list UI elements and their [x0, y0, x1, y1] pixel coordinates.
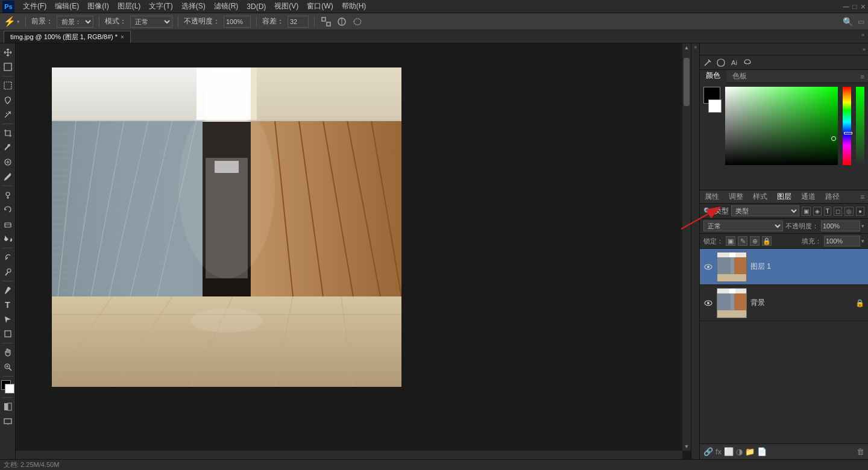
scroll-down-arrow[interactable]: ▼: [682, 442, 691, 451]
layer-item-layer1[interactable]: 图层 1: [700, 249, 868, 285]
new-layer-icon[interactable]: 📄: [757, 447, 767, 456]
horizontal-scrollbar[interactable]: [16, 451, 682, 459]
blend-mode-select[interactable]: 正常 溶解 正片叠底: [703, 221, 783, 231]
layers-panel-menu[interactable]: ≡: [857, 191, 868, 203]
right-panel-collapse[interactable]: »: [863, 46, 866, 52]
tolerance-input[interactable]: [288, 16, 309, 28]
filter-shape-icon[interactable]: ◻: [834, 207, 842, 216]
menu-edit[interactable]: 编辑(E): [51, 0, 83, 13]
new-group-icon[interactable]: 📁: [745, 447, 755, 456]
hand-tool[interactable]: [1, 346, 14, 359]
refine-edge-icon[interactable]: [336, 16, 348, 28]
add-mask-icon[interactable]: ⬜: [724, 447, 734, 456]
magic-wand-tool[interactable]: ⚡ ▾: [4, 16, 20, 27]
blur-tool[interactable]: [1, 251, 14, 264]
minimize-btn[interactable]: ─: [843, 2, 849, 11]
tab-layers[interactable]: 图层: [772, 190, 796, 204]
background-color[interactable]: [5, 384, 14, 393]
color-panel-menu[interactable]: ≡: [857, 71, 868, 82]
lasso-tool[interactable]: [1, 93, 14, 107]
lock-all-icon[interactable]: 🔒: [762, 236, 772, 246]
menu-text[interactable]: 文字(T): [145, 0, 176, 13]
menu-image[interactable]: 图像(I): [84, 0, 112, 13]
move-tool[interactable]: [1, 46, 14, 59]
tab-channels[interactable]: 通道: [796, 190, 820, 204]
lock-position-icon[interactable]: ✎: [738, 236, 747, 246]
opacity-value-input[interactable]: [821, 221, 860, 231]
clone-stamp-tool[interactable]: [1, 189, 14, 202]
eyedropper-tool[interactable]: [1, 141, 14, 154]
layer1-visibility-eye[interactable]: [703, 262, 713, 272]
healing-brush-tool[interactable]: [1, 155, 14, 169]
filter-toggle[interactable]: ●: [856, 207, 864, 216]
mode-select[interactable]: 正常 溶解: [130, 16, 172, 28]
fill-value-input[interactable]: [824, 236, 860, 246]
menu-filter[interactable]: 滤镜(R): [210, 0, 242, 13]
background-visibility-eye[interactable]: [703, 298, 713, 308]
alpha-strip[interactable]: [856, 87, 864, 165]
brush-tool[interactable]: [1, 170, 14, 183]
collapse-right-icon[interactable]: «: [693, 46, 699, 49]
color-tab[interactable]: 颜色: [700, 70, 726, 83]
tool-dropdown-arrow[interactable]: ▾: [17, 19, 20, 25]
close-btn[interactable]: ×: [861, 2, 866, 11]
filter-pixel-icon[interactable]: ▣: [802, 207, 811, 216]
shape-tool[interactable]: [1, 327, 14, 340]
background-swatch[interactable]: [708, 99, 722, 113]
tab-styles[interactable]: 样式: [748, 190, 772, 204]
menu-view[interactable]: 视图(V): [271, 0, 302, 13]
new-adjustment-icon[interactable]: ◑: [736, 447, 743, 456]
menu-file[interactable]: 文件(F): [19, 0, 50, 13]
filter-text-icon[interactable]: T: [824, 207, 831, 216]
magic-wand-tool-2[interactable]: [1, 108, 14, 121]
color-gradient-picker[interactable]: [725, 87, 838, 165]
lock-artboards-icon[interactable]: ⊕: [750, 236, 760, 246]
history-brush-tool[interactable]: [1, 203, 14, 216]
tab-adjustments[interactable]: 调整: [724, 190, 748, 204]
opacity-input[interactable]: [224, 16, 251, 28]
lock-pixels-icon[interactable]: ▣: [726, 236, 735, 246]
screen-mode-tool[interactable]: [1, 415, 14, 428]
maximize-btn[interactable]: □: [853, 2, 857, 11]
select-subject-icon[interactable]: [351, 16, 363, 28]
link-layers-icon[interactable]: 🔗: [703, 447, 713, 456]
fg-bg-colors[interactable]: [1, 380, 14, 393]
right-tool-3[interactable]: Ai: [729, 57, 740, 68]
menu-layer[interactable]: 图层(L): [114, 0, 145, 13]
right-tool-2[interactable]: [715, 57, 726, 68]
menu-select[interactable]: 选择(S): [178, 0, 209, 13]
paint-bucket-tool[interactable]: [1, 232, 14, 245]
vertical-scrollbar[interactable]: ▲ ▼: [682, 43, 691, 451]
layer-type-filter[interactable]: 类型: [731, 205, 799, 216]
menu-3d[interactable]: 3D(D): [243, 1, 269, 12]
scroll-up-arrow[interactable]: ▲: [682, 43, 691, 52]
opacity-arrow[interactable]: ▾: [861, 223, 864, 229]
menu-window[interactable]: 窗口(W): [303, 0, 336, 13]
sample-all-layers-icon[interactable]: [320, 16, 332, 28]
crop-tool[interactable]: [1, 127, 14, 140]
fill-arrow[interactable]: ▾: [861, 238, 864, 244]
hue-strip[interactable]: [843, 87, 851, 165]
tab-overflow-arrow[interactable]: »: [861, 32, 864, 38]
swatches-tab[interactable]: 色板: [726, 70, 753, 83]
quick-mask-tool[interactable]: [1, 400, 14, 413]
zoom-tool[interactable]: [1, 360, 14, 374]
search-icon[interactable]: 🔍: [843, 17, 853, 27]
menu-help[interactable]: 帮助(H): [338, 0, 370, 13]
scroll-thumb-vertical[interactable]: [684, 58, 690, 106]
tab-paths[interactable]: 路径: [820, 190, 844, 204]
delete-layer-icon[interactable]: 🗑: [857, 447, 864, 456]
filter-smart-icon[interactable]: ◎: [844, 207, 854, 216]
eraser-tool[interactable]: [1, 218, 14, 231]
right-tool-4[interactable]: [742, 57, 753, 68]
pen-tool[interactable]: [1, 284, 14, 297]
canvas-area[interactable]: ▲ ▼: [16, 43, 691, 459]
marquee-tool[interactable]: [1, 79, 14, 92]
right-tool-1[interactable]: [702, 57, 713, 68]
tab-properties[interactable]: 属性: [700, 190, 724, 204]
panel-layout-icon[interactable]: ▭: [858, 17, 864, 26]
tab-timg[interactable]: timg.jpg @ 100% (图层 1, RGB/8#) * ×: [4, 31, 131, 43]
artboard-tool[interactable]: [1, 60, 14, 74]
dodge-tool[interactable]: [1, 265, 14, 278]
tool-preset-select[interactable]: 前景：: [57, 16, 93, 28]
